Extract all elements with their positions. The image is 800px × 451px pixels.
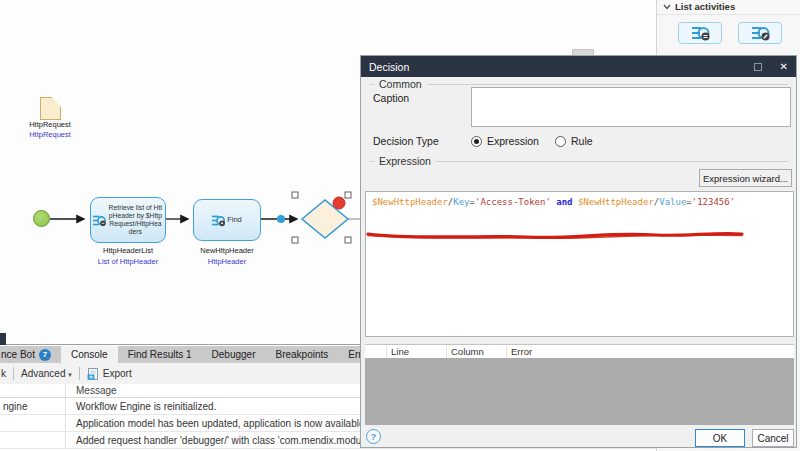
caption-label: Caption xyxy=(373,92,409,104)
error-marker-column xyxy=(365,345,387,358)
column-column-header[interactable]: Column xyxy=(447,345,507,358)
clipped-edge-fragment xyxy=(0,333,6,345)
bot-count-badge: 7 xyxy=(39,349,51,361)
line-column-header[interactable]: Line xyxy=(387,345,447,358)
tab-debugger[interactable]: Debugger xyxy=(202,346,266,363)
divider xyxy=(13,367,14,380)
chevron-down-icon[interactable] xyxy=(663,4,671,10)
error-table-header: Line Column Error xyxy=(365,344,794,358)
dialog-title: Decision xyxy=(369,61,409,73)
cancel-button[interactable]: Cancel xyxy=(752,429,794,447)
help-button[interactable]: ? xyxy=(366,429,381,444)
parameter-type: HttpRequest xyxy=(20,130,80,139)
retrieve-activity-name: HttpHeaderList xyxy=(88,246,168,255)
tab-console[interactable]: Console xyxy=(61,346,118,363)
chevron-down-icon: ▾ xyxy=(68,371,72,378)
find-activity-name: NewHttpHeader xyxy=(187,246,267,255)
change-list-icon xyxy=(751,25,770,41)
export-icon xyxy=(87,368,99,380)
advanced-dropdown[interactable]: Advanced ▾ xyxy=(21,368,72,379)
find-activity-caption: Find xyxy=(227,216,242,224)
retrieve-list-icon xyxy=(93,214,106,227)
error-list-empty-area xyxy=(365,358,794,425)
caption-input[interactable] xyxy=(471,87,791,127)
ok-button[interactable]: OK xyxy=(695,429,745,447)
expression-code: $NewHttpHeader/Key='Access-Token' and $N… xyxy=(372,197,787,207)
dialog-titlebar[interactable]: Decision ✕ xyxy=(361,56,796,77)
radio-selected-icon xyxy=(471,136,482,147)
radio-unselected-icon xyxy=(555,136,566,147)
clipped-toolbar-item[interactable]: k xyxy=(1,368,6,379)
error-badge-icon xyxy=(333,197,345,209)
tab-find-results[interactable]: Find Results 1 xyxy=(118,346,202,363)
expression-wizard-button[interactable]: Expression wizard... xyxy=(699,169,792,187)
decision-dialog: Decision ✕ Common Caption Decision Type … xyxy=(360,55,797,448)
list-activity-button-1[interactable] xyxy=(678,22,722,44)
export-button[interactable]: Export xyxy=(87,368,132,380)
error-column-header[interactable]: Error xyxy=(507,345,794,358)
decision-type-label: Decision Type xyxy=(373,135,439,147)
divider xyxy=(79,367,80,380)
list-activity-button-2[interactable] xyxy=(738,22,782,44)
category-column-header[interactable] xyxy=(0,384,65,397)
retrieve-activity-type: List of HttpHeader xyxy=(78,257,178,266)
tab-breakpoints[interactable]: Breakpoints xyxy=(265,346,338,363)
retrieve-activity-caption: Retrieve list of HttpHeader by $HttpRequ… xyxy=(108,204,163,236)
start-event[interactable] xyxy=(33,210,50,227)
decision-type-options: Expression Rule xyxy=(471,135,593,147)
radio-expression[interactable]: Expression xyxy=(471,135,539,147)
tab-nce-bot[interactable]: nce Bot 7 xyxy=(0,346,61,363)
expression-section-header: Expression xyxy=(369,155,788,167)
toolbox-header-label: List activities xyxy=(675,1,735,12)
find-activity-type: HttpHeader xyxy=(187,257,267,266)
close-icon[interactable]: ✕ xyxy=(780,62,788,72)
radio-rule[interactable]: Rule xyxy=(555,135,593,147)
mendix-studio-screen: HttpRequest HttpRequest Retrieve list of… xyxy=(0,0,800,451)
list-operation-icon xyxy=(691,25,710,41)
divider xyxy=(657,14,800,15)
expression-editor[interactable]: $NewHttpHeader/Key='Access-Token' and $N… xyxy=(365,191,794,337)
flow-vertex-dot[interactable] xyxy=(277,215,285,223)
parameter-name: HttpRequest xyxy=(20,120,80,129)
retrieve-activity[interactable]: Retrieve list of HttpHeader by $HttpRequ… xyxy=(90,197,166,243)
float-window-icon[interactable] xyxy=(754,63,762,71)
find-list-icon xyxy=(212,214,225,227)
find-activity[interactable]: Find xyxy=(193,199,261,241)
